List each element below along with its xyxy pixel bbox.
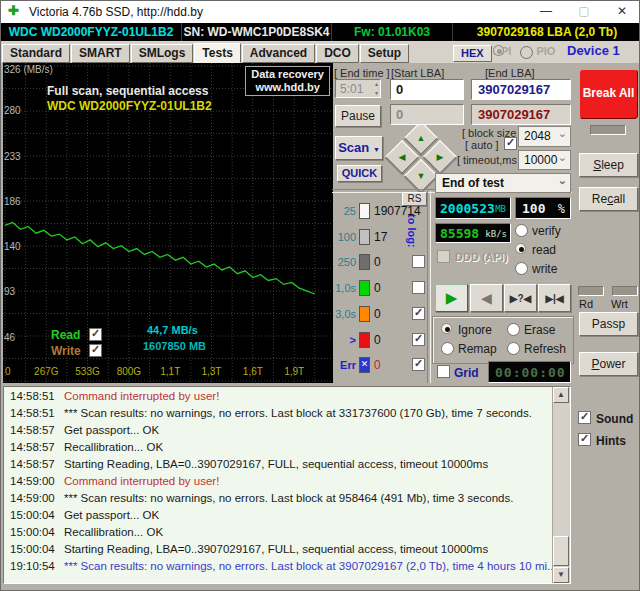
log-message: Get passport... OK <box>64 424 159 436</box>
hist-color-block <box>359 306 370 322</box>
percent-lcd: 100 % <box>515 197 571 219</box>
write-label: write <box>532 262 557 276</box>
sound-checkbox[interactable] <box>578 411 591 424</box>
y-axis-label: 93 <box>4 286 15 297</box>
end-of-test-chevron-icon: ⌄ <box>558 174 567 187</box>
hist-color-block <box>359 280 370 296</box>
block-size-select[interactable]: 2048 ⌄ <box>518 126 571 147</box>
scroll-down-button[interactable]: ▼ <box>553 567 569 583</box>
auto-checkbox[interactable] <box>504 137 517 150</box>
break-all-button[interactable]: Break All <box>579 69 638 119</box>
hist-log-checkbox[interactable] <box>412 333 425 346</box>
y-axis-label: 233 <box>4 151 21 162</box>
power-button[interactable]: Power <box>579 352 638 376</box>
activity-indicator <box>590 125 626 135</box>
spinner-down-icon[interactable]: ▼ <box>374 89 379 97</box>
write-radio[interactable] <box>515 262 528 275</box>
end-time-spinner[interactable]: 5:01 ▲ ▼ <box>335 79 381 98</box>
pio-radio[interactable] <box>520 46 533 59</box>
app-icon: ✚ <box>8 3 19 18</box>
read-radio[interactable] <box>515 243 526 254</box>
hex-button[interactable]: HEX <box>453 45 492 62</box>
start-lba-display: 0 <box>390 104 464 125</box>
seek-end-button[interactable]: ▶|◀ <box>538 284 571 312</box>
scroll-thumb[interactable] <box>553 536 569 566</box>
elapsed-timer-lcd: 00:00:00 <box>488 361 571 383</box>
start-lba-display-value: 0 <box>396 107 403 122</box>
write-legend-label: Write <box>51 344 81 358</box>
api-radio[interactable] <box>493 45 504 56</box>
seek-end-icon: ▶|◀ <box>545 293 563 304</box>
api-pio-group: API PIO <box>493 45 555 59</box>
end-lba-input[interactable]: 3907029167 <box>471 79 571 100</box>
passp-button[interactable]: Passp <box>579 312 638 336</box>
hist-row-value: 0 <box>374 307 381 321</box>
block-size-value: 2048 <box>524 129 551 143</box>
timeout-value: 10000 <box>524 153 557 167</box>
verify-radio[interactable] <box>515 224 528 237</box>
write-checkbox[interactable] <box>89 344 102 357</box>
log-timestamp: 14:59:00 <box>10 492 55 504</box>
hist-row-label: 25 <box>332 205 356 217</box>
hints-checkbox[interactable] <box>578 433 591 446</box>
seek-question-button[interactable]: ▶?◀ <box>504 284 537 312</box>
end-time-label: [ End time ] <box>334 67 390 79</box>
y-axis-label: 280 <box>4 105 21 116</box>
quick-button[interactable]: QUICK <box>337 165 382 182</box>
tab-smart[interactable]: SMART <box>71 44 130 63</box>
sound-label: Sound <box>596 412 633 426</box>
tab-standard[interactable]: Standard <box>2 44 70 63</box>
maximize-button[interactable]: ▢ <box>565 1 603 23</box>
remap-radio[interactable] <box>441 342 454 355</box>
log-timestamp: 15:00:04 <box>10 526 55 538</box>
log-line: 14:58:57Recallibration... OK <box>4 441 564 458</box>
device-label: Device 1 <box>567 43 620 58</box>
ignore-radio[interactable] <box>441 323 452 334</box>
minimize-button[interactable]: — <box>527 1 565 23</box>
position-lcd-value: 2000523 <box>440 201 495 216</box>
read-checkbox[interactable] <box>89 328 102 341</box>
spinner-up-icon[interactable]: ▲ <box>374 80 379 88</box>
wrt-label: Wrt <box>611 298 628 310</box>
start-test-button[interactable]: ▶ <box>435 284 468 312</box>
refresh-radio[interactable] <box>507 342 520 355</box>
sleep-button[interactable]: Sleep <box>579 153 638 177</box>
end-of-test-select[interactable]: End of test ⌄ <box>435 173 571 193</box>
speed-lcd-value: 85598 <box>440 226 479 241</box>
pause-button[interactable]: Pause <box>335 105 381 127</box>
hist-log-checkbox[interactable] <box>412 255 425 268</box>
hist-log-checkbox[interactable] <box>412 358 425 371</box>
log-timestamp: 19:10:54 <box>10 560 55 572</box>
hist-log-checkbox[interactable] <box>412 281 425 294</box>
tab-smlogs[interactable]: SMLogs <box>131 44 194 63</box>
start-lba-input[interactable]: 0 <box>390 79 464 100</box>
hist-row->: >0 <box>332 332 432 350</box>
tab-advanced[interactable]: Advanced <box>242 44 315 63</box>
hddby-badge: Data recovery www.hdd.by <box>245 66 330 96</box>
scan-button[interactable]: Scan ▼ <box>335 136 383 160</box>
refresh-label: Refresh <box>524 342 566 356</box>
hist-log-checkbox[interactable] <box>412 307 425 320</box>
tab-dco[interactable]: DCO <box>316 44 359 63</box>
timeout-select[interactable]: 10000 ⌄ <box>518 150 571 170</box>
verify-label: verify <box>532 224 561 238</box>
scroll-up-button[interactable]: ▲ <box>553 387 569 403</box>
hist-row-value: 17 <box>374 230 387 244</box>
tab-setup[interactable]: Setup <box>360 44 409 63</box>
x-axis-label: 267G <box>34 366 58 377</box>
grid-checkbox[interactable] <box>437 365 450 378</box>
end-of-test-value: End of test <box>442 176 504 190</box>
close-button[interactable]: ✕ <box>603 1 640 23</box>
reverse-button[interactable]: ◀ <box>470 284 503 312</box>
log-scrollbar[interactable]: ▲ ▼ <box>552 387 570 583</box>
scan-graph: 326 (MB/s)2802331861409346 0267G533G800G… <box>3 63 333 383</box>
right-triangle-icon: ▶ <box>429 146 451 168</box>
log-message: *** Scan results: no warnings, no errors… <box>64 492 513 504</box>
current-position-readout: 1607850 MB <box>143 340 206 352</box>
recall-button[interactable]: Recall <box>579 187 638 211</box>
tab-tests[interactable]: Tests <box>194 43 240 63</box>
erase-radio[interactable] <box>507 323 520 336</box>
drive-serial: SN: WD-WMC1P0DE8SK4 <box>182 23 332 41</box>
log-line: 14:59:00*** Scan results: no warnings, n… <box>4 492 564 509</box>
position-lcd: 2000523 MB <box>435 197 511 219</box>
